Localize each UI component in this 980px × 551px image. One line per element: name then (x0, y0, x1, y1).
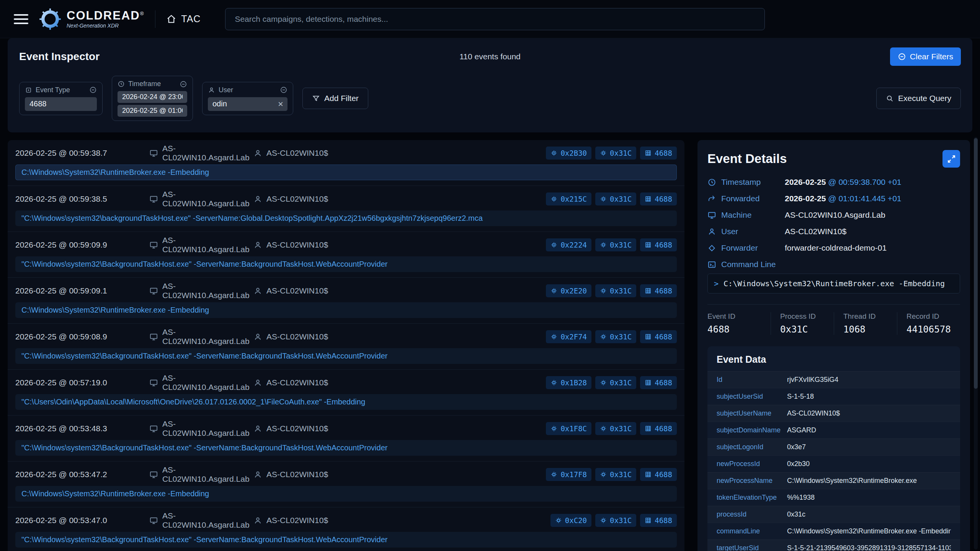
event-data-key[interactable]: Id (717, 376, 787, 384)
event-data-key[interactable]: subjectDomainName (717, 426, 787, 434)
process-id-badge[interactable]: 0x31C (595, 330, 636, 343)
event-command-line[interactable]: C:\Windows\System32\RuntimeBroker.exe -E… (15, 165, 677, 180)
event-data-key[interactable]: subjectUserName (717, 409, 787, 417)
new-process-id-badge[interactable]: 0x2E20 (546, 284, 591, 297)
event-id-badge[interactable]: 4688 (640, 284, 677, 297)
event-row[interactable]: 2026-02-25 @ 00:53:48.3 AS-CL02WIN10.Asg… (8, 415, 684, 456)
process-id-badge[interactable]: 0x31C (595, 192, 636, 205)
event-data-value: S-1-5-18 (787, 393, 951, 401)
new-process-id-badge[interactable]: 0xC20 (550, 514, 591, 527)
collapse-details-button[interactable] (942, 150, 960, 168)
filter-event-type: Event Type (19, 82, 103, 115)
event-data-row: targetUserSidS-1-5-21-2139549603-3952891… (707, 540, 960, 551)
event-id-badge[interactable]: 4688 (640, 192, 677, 205)
inspector-header: Event Inspector 110 events found Clear F… (19, 47, 961, 66)
process-id-badge[interactable]: 0x31C (595, 238, 636, 251)
event-id-badge[interactable]: 4688 (640, 514, 677, 527)
execute-query-button[interactable]: Execute Query (876, 88, 961, 109)
filter-user-header: User (208, 86, 287, 94)
detail-command-line: Command Line (707, 260, 960, 269)
remove-filter-icon[interactable] (89, 86, 97, 94)
gear-icon (550, 241, 557, 248)
remove-filter-icon[interactable] (280, 86, 287, 94)
user-filter-input[interactable] (208, 97, 287, 111)
event-row[interactable]: 2026-02-25 @ 00:57:19.0 AS-CL02WIN10.Asg… (8, 369, 684, 410)
badge-value: 4688 (655, 333, 672, 341)
search-input[interactable] (225, 8, 765, 30)
command-line-box[interactable]: > C:\Windows\System32\RuntimeBroker.exe … (707, 274, 960, 293)
event-timestamp: 2026-02-25 @ 00:57:19.0 (15, 378, 149, 387)
event-command-line[interactable]: "C:\Windows\system32\BackgroundTaskHost.… (15, 256, 677, 272)
brand-logo[interactable]: COLDREAD® Next-Generation XDR (39, 8, 144, 30)
new-process-id-badge[interactable]: 0x1B28 (546, 376, 591, 389)
event-command-line[interactable]: "C:\Windows\system32\BackgroundTaskHost.… (15, 348, 677, 364)
clear-filters-button[interactable]: Clear Filters (890, 47, 961, 66)
event-id-badge[interactable]: 4688 (640, 468, 677, 481)
new-process-id-badge[interactable]: 0x17F8 (546, 468, 591, 481)
add-filter-button[interactable]: Add Filter (302, 88, 368, 109)
event-data-key[interactable]: processId (717, 510, 787, 518)
timeframe-from-input[interactable] (118, 91, 187, 103)
process-id-badge[interactable]: 0x31C (595, 147, 636, 160)
event-meta: 2026-02-25 @ 00:53:48.3 AS-CL02WIN10.Asg… (15, 421, 677, 436)
event-id-badge[interactable]: 4688 (640, 238, 677, 251)
new-process-id-badge[interactable]: 0x1F8C (546, 422, 591, 435)
process-id-badge[interactable]: 0x31C (595, 284, 636, 297)
event-id-badge[interactable]: 4688 (640, 376, 677, 389)
filter-event-type-header: Event Type (25, 86, 97, 94)
clock-icon (118, 80, 125, 88)
new-process-id-badge[interactable]: 0x2224 (546, 238, 591, 251)
event-command-line[interactable]: "C:\Windows\system32\BackgroundTaskHost.… (15, 532, 677, 548)
event-row[interactable]: 2026-02-25 @ 00:59:09.1 AS-CL02WIN10.Asg… (8, 277, 684, 318)
event-data-key[interactable]: newProcessName (717, 477, 787, 485)
remove-filter-icon[interactable] (180, 80, 187, 88)
forwarded-time[interactable]: @ 01:01:41.445 +01 (828, 194, 901, 203)
scrollbar-track[interactable] (974, 137, 978, 549)
process-id-badge[interactable]: 0x31C (595, 514, 636, 527)
event-command-line[interactable]: "C:\Users\Odin\AppData\Local\Microsoft\O… (15, 394, 677, 410)
event-command-line[interactable]: "C:\Windows\system32\BackgroundTaskHost.… (15, 440, 677, 456)
menu-icon[interactable] (14, 14, 28, 24)
event-id-badge[interactable]: 4688 (640, 330, 677, 343)
filter-event-type-label: Event Type (36, 86, 70, 94)
nav-tac[interactable]: TAC (166, 13, 201, 24)
event-command-line[interactable]: C:\Windows\System32\RuntimeBroker.exe -E… (15, 486, 677, 502)
event-data-key[interactable]: newProcessId (717, 460, 787, 468)
detail-machine: Machine AS-CL02WIN10.Asgard.Lab (707, 210, 960, 220)
event-row[interactable]: 2026-02-25 @ 00:59:08.9 AS-CL02WIN10.Asg… (8, 323, 684, 364)
process-id-badge[interactable]: 0x31C (595, 376, 636, 389)
event-type-input[interactable] (25, 97, 97, 111)
event-row[interactable]: 2026-02-25 @ 00:59:38.5 AS-CL02WIN10.Asg… (8, 186, 684, 226)
event-row[interactable]: 2026-02-25 @ 00:59:09.9 AS-CL02WIN10.Asg… (8, 231, 684, 272)
event-data-value: %%1938 (787, 494, 951, 502)
event-data-key[interactable]: subjectLogonId (717, 443, 787, 451)
timestamp-time[interactable]: @ 00:59:38.700 +01 (828, 178, 901, 186)
event-data-key[interactable]: commandLine (717, 527, 787, 535)
event-inspector-panel: Event Inspector 110 events found Clear F… (8, 38, 972, 132)
event-machine-label: AS-CL02WIN10.Asgard.Lab (162, 511, 253, 530)
event-id-badge[interactable]: 4688 (640, 422, 677, 435)
new-process-id-badge[interactable]: 0x215C (546, 192, 591, 205)
process-id-badge[interactable]: 0x31C (595, 468, 636, 481)
event-machine: AS-CL02WIN10.Asgard.Lab (149, 236, 253, 254)
event-row[interactable]: 2026-02-25 @ 00:59:38.7 AS-CL02WIN10.Asg… (8, 140, 684, 180)
process-id-badge[interactable]: 0x31C (595, 422, 636, 435)
event-data-key[interactable]: subjectUserSid (717, 393, 787, 401)
badge-value: 0x1F8C (560, 424, 587, 433)
scrollbar-thumb[interactable] (974, 138, 978, 389)
event-id-badge[interactable]: 4688 (640, 147, 677, 160)
new-process-id-badge[interactable]: 0x2B30 (546, 147, 591, 160)
event-command-line[interactable]: "C:\Windows\system32\backgroundTaskHost.… (15, 210, 677, 226)
event-data-key[interactable]: tokenElevationType (717, 494, 787, 502)
machine-icon (149, 195, 158, 204)
event-data-key[interactable]: targetUserSid (717, 544, 787, 551)
clear-user-icon[interactable]: × (278, 99, 283, 109)
event-row[interactable]: 2026-02-25 @ 00:53:47.0 AS-CL02WIN10.Asg… (8, 507, 684, 548)
timeframe-to-input[interactable] (118, 105, 187, 117)
event-machine: AS-CL02WIN10.Asgard.Lab (149, 465, 253, 484)
new-process-id-badge[interactable]: 0x2F74 (546, 330, 591, 343)
event-data-row: subjectUserSidS-1-5-18 (707, 388, 960, 405)
event-row[interactable]: 2026-02-25 @ 00:53:47.2 AS-CL02WIN10.Asg… (8, 461, 684, 502)
event-badges: 0x2B30 0x31C 4688 (546, 147, 677, 160)
event-command-line[interactable]: C:\Windows\System32\RuntimeBroker.exe -E… (15, 302, 677, 318)
